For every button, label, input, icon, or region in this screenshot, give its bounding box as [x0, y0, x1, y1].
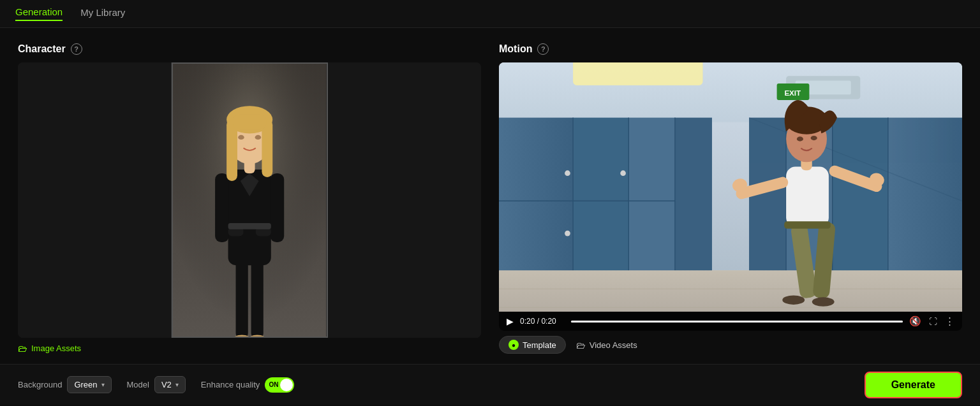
character-footer[interactable]: 🗁 Image Assets: [18, 338, 481, 354]
image-assets-label: Image Assets: [31, 344, 81, 353]
nav-my-library[interactable]: My Library: [80, 7, 125, 20]
toggle-on-label: ON: [269, 381, 278, 388]
svg-rect-42: [833, 118, 888, 280]
svg-rect-21: [499, 62, 962, 122]
background-chevron-icon: ▾: [101, 381, 105, 388]
svg-point-38: [565, 170, 570, 176]
background-select[interactable]: Green ▾: [67, 376, 111, 393]
enhance-label: Enhance quality: [201, 380, 260, 389]
motion-title: Motion: [499, 43, 532, 55]
video-assets-button[interactable]: 🗁 Video Assets: [576, 340, 637, 351]
character-panel: Character ?: [18, 43, 481, 354]
char-slot-1[interactable]: [18, 62, 172, 338]
main-content: Character ?: [0, 28, 980, 364]
video-wrapper: EXIT: [499, 62, 962, 331]
motion-footer: ● Template 🗁 Video Assets: [499, 331, 962, 354]
hallway-scene: EXIT: [499, 62, 962, 312]
toggle-knob: [280, 379, 293, 391]
svg-point-39: [565, 231, 570, 236]
toggle-switch[interactable]: ON: [265, 377, 294, 393]
play-button[interactable]: ▶: [507, 316, 514, 326]
video-assets-folder-icon: 🗁: [576, 340, 586, 351]
hallway-svg: EXIT: [499, 62, 962, 312]
svg-text:EXIT: EXIT: [784, 89, 801, 97]
enhance-quality-setting: Enhance quality ON: [201, 377, 295, 393]
character-grid: [18, 62, 481, 338]
svg-rect-31: [573, 118, 628, 280]
svg-rect-15: [226, 120, 237, 181]
video-controls-right: 🔇 ⛶ ⋮: [909, 315, 954, 327]
svg-rect-23: [573, 62, 702, 85]
svg-point-19: [255, 135, 262, 140]
motion-help-icon[interactable]: ?: [537, 43, 549, 55]
background-setting: Background Green ▾: [18, 376, 112, 393]
mute-icon[interactable]: 🔇: [909, 315, 921, 327]
video-content: EXIT: [499, 62, 962, 312]
video-controls: ▶ 0:20 / 0:20 🔇 ⛶ ⋮: [499, 312, 962, 331]
svg-point-56: [812, 297, 835, 307]
background-label: Background: [18, 380, 62, 389]
background-value: Green: [74, 380, 97, 389]
progress-bar[interactable]: [571, 321, 903, 323]
more-options-icon[interactable]: ⋮: [945, 315, 954, 327]
svg-rect-57: [786, 167, 829, 227]
char-slot-3[interactable]: [328, 62, 481, 338]
character-woman-svg: [173, 64, 326, 337]
svg-rect-2: [236, 261, 248, 337]
motion-header: Motion ?: [499, 43, 962, 55]
generate-button[interactable]: Generate: [865, 372, 962, 398]
svg-rect-41: [888, 118, 962, 280]
model-value: V2: [161, 380, 172, 389]
model-select[interactable]: V2 ▾: [154, 376, 186, 393]
model-chevron-icon: ▾: [175, 381, 179, 388]
character-header: Character ?: [18, 43, 481, 55]
svg-rect-32: [628, 118, 675, 280]
character-help-icon[interactable]: ?: [71, 43, 82, 55]
svg-rect-44: [749, 118, 786, 280]
template-label: Template: [523, 340, 556, 350]
char-slot-2[interactable]: [172, 62, 327, 338]
model-setting: Model V2 ▾: [127, 376, 186, 393]
svg-point-67: [811, 136, 817, 140]
nav-generation[interactable]: Generation: [15, 6, 63, 21]
svg-rect-3: [251, 261, 264, 337]
svg-point-55: [782, 295, 805, 305]
character-title: Character: [18, 43, 66, 55]
svg-rect-20: [228, 223, 271, 229]
template-icon: ●: [509, 340, 519, 350]
svg-rect-9: [271, 173, 285, 242]
progress-bar-fill: [571, 321, 903, 323]
svg-point-66: [797, 136, 803, 141]
svg-rect-17: [233, 114, 267, 129]
svg-point-18: [238, 135, 244, 140]
motion-panel: Motion ?: [499, 43, 962, 354]
svg-rect-49: [499, 270, 962, 312]
navigation: Generation My Library: [0, 0, 980, 28]
svg-rect-33: [675, 118, 712, 280]
fullscreen-icon[interactable]: ⛶: [929, 317, 937, 326]
video-time: 0:20 / 0:20: [520, 317, 565, 326]
enhance-toggle[interactable]: ON: [265, 377, 294, 393]
svg-rect-30: [499, 118, 573, 280]
svg-rect-8: [215, 173, 229, 242]
svg-point-40: [620, 170, 626, 176]
model-label: Model: [127, 380, 149, 389]
template-button[interactable]: ● Template: [499, 336, 566, 354]
svg-rect-58: [784, 221, 831, 229]
video-assets-label: Video Assets: [590, 340, 637, 350]
image-assets-folder-icon: 🗁: [18, 343, 27, 354]
bottom-bar: Background Green ▾ Model V2 ▾ Enhance qu…: [0, 364, 980, 405]
